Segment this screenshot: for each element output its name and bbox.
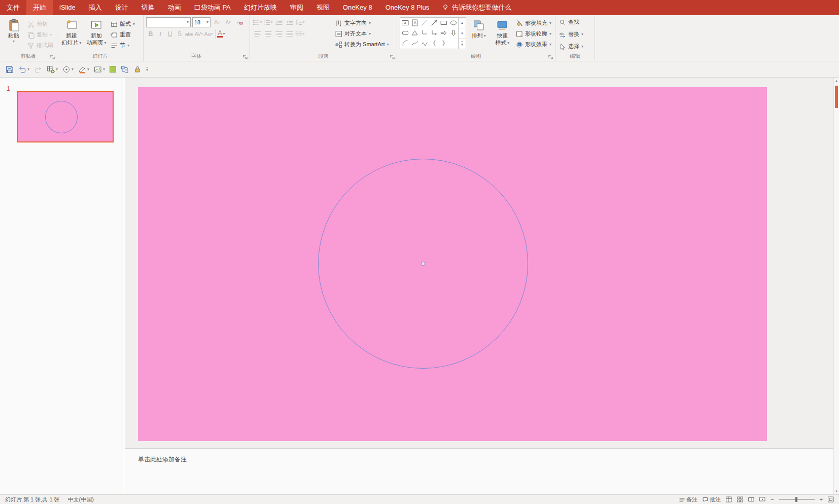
paste-button[interactable]: 粘贴 ▾ <box>3 17 25 44</box>
format-painter-button[interactable]: 格式刷 <box>26 40 54 51</box>
shape-curve-icon[interactable] <box>410 38 420 48</box>
circle-center-handle[interactable] <box>421 262 425 266</box>
shape-rounded-rectangle-icon[interactable] <box>400 28 410 38</box>
notes-placeholder[interactable]: 单击此处添加备注 <box>138 455 187 464</box>
align-text-button[interactable]: 对齐文本 ▾ <box>334 28 390 39</box>
zoom-slider-knob[interactable] <box>795 497 797 502</box>
shape-oval-icon[interactable] <box>448 18 458 28</box>
shape-elbow-arrow-icon[interactable] <box>429 28 439 38</box>
zoom-in-button[interactable]: + <box>820 496 823 502</box>
notes-toggle[interactable]: 备注 <box>679 496 697 503</box>
picture-tool-button[interactable]: ▾ <box>92 63 107 76</box>
shape-freeform-icon[interactable] <box>420 38 429 48</box>
shape-fill-button[interactable]: 形状填充 ▾ <box>515 18 552 28</box>
zoom-slider[interactable] <box>779 499 815 500</box>
fit-to-window-button[interactable] <box>828 496 834 502</box>
drawing-dialog-launcher[interactable] <box>548 54 553 60</box>
shape-right-brace-icon[interactable] <box>439 38 448 48</box>
decrease-font-size-button[interactable]: A▾ <box>223 17 233 27</box>
text-direction-button[interactable]: 文字方向 ▾ <box>334 18 390 28</box>
align-left-button[interactable] <box>253 29 262 39</box>
paste-special-button[interactable]: ▾ <box>45 63 59 76</box>
redo-button[interactable] <box>32 63 44 76</box>
shape-outline-button[interactable]: 形状轮廓 ▾ <box>515 28 552 39</box>
slide-sorter-view-button[interactable] <box>737 496 743 502</box>
shape-arrow-icon[interactable] <box>429 18 439 28</box>
paragraph-dialog-launcher[interactable] <box>390 54 395 60</box>
bold-button[interactable]: B <box>146 29 155 39</box>
tab-review[interactable]: 审阅 <box>284 0 310 15</box>
comments-toggle[interactable]: 批注 <box>703 496 721 503</box>
slide-thumbnail[interactable] <box>17 91 114 142</box>
increase-indent-button[interactable] <box>285 17 294 27</box>
tab-islide[interactable]: iSlide <box>53 0 82 15</box>
shape-effects-button[interactable]: 形状效果 ▾ <box>515 39 552 50</box>
shape-rectangle-icon[interactable] <box>439 18 448 28</box>
slideshow-view-button[interactable] <box>759 496 765 502</box>
slide-canvas[interactable] <box>138 87 767 441</box>
shape-arrow-right-icon[interactable] <box>439 28 448 38</box>
section-button[interactable]: 节 ▾ <box>110 40 136 51</box>
font-color-button[interactable]: A ▾ <box>215 29 224 39</box>
shape-line-icon[interactable] <box>420 18 429 28</box>
font-size-combo[interactable]: 18 ▾ <box>192 17 211 27</box>
align-center-button[interactable] <box>263 29 273 39</box>
layout-button[interactable]: 版式 ▾ <box>110 19 136 29</box>
swap-shape-button[interactable] <box>119 63 130 76</box>
tab-view[interactable]: 视图 <box>310 0 336 15</box>
new-slide-button[interactable]: 新建 幻灯片 ▾ <box>60 17 83 46</box>
shape-triangle-icon[interactable] <box>410 28 420 38</box>
tab-animations[interactable]: 动画 <box>161 0 188 15</box>
shape-gallery-more-button[interactable]: ▾ <box>459 39 466 49</box>
shape-gallery-scroll-down[interactable]: ▾ <box>459 28 466 39</box>
new-animation-page-button[interactable]: 新加 动画页 ▾ <box>85 17 108 46</box>
clear-formatting-button[interactable]: A <box>234 17 244 27</box>
tab-slideshow[interactable]: 幻灯片放映 <box>237 0 284 15</box>
toolbar-overflow-button[interactable]: ▾ <box>145 63 150 76</box>
font-name-combo[interactable]: ▾ <box>146 17 191 27</box>
font-dialog-launcher[interactable] <box>242 54 248 60</box>
find-button[interactable]: 查找 <box>558 17 580 27</box>
strikethrough-button[interactable]: abc <box>185 29 194 39</box>
copy-button[interactable]: 复制 ▾ <box>26 29 54 40</box>
quick-styles-button[interactable]: 快速 样式 ▾ <box>491 17 513 46</box>
columns-button[interactable]: ▾ <box>295 29 305 39</box>
text-shadow-button[interactable]: S <box>175 29 184 39</box>
select-button[interactable]: 选择 ▾ <box>558 41 584 52</box>
color-picker-button[interactable]: ▾ <box>77 63 91 76</box>
fill-color-button[interactable] <box>108 63 118 76</box>
shape-tool-button[interactable]: ▾ <box>61 63 75 76</box>
shape-arc-icon[interactable] <box>400 38 410 48</box>
bullets-button[interactable]: ▾ <box>253 17 262 27</box>
scroll-up-arrow[interactable]: ▴ <box>834 78 839 84</box>
tab-transitions[interactable]: 切换 <box>135 0 161 15</box>
tab-file[interactable]: 文件 <box>0 0 26 15</box>
justify-button[interactable] <box>285 29 294 39</box>
decrease-indent-button[interactable] <box>274 17 284 27</box>
shape-gallery-scroll-up[interactable]: ▴ <box>459 18 466 28</box>
lock-button[interactable] <box>132 63 143 76</box>
scroll-down-arrow[interactable]: ▾ <box>834 488 839 494</box>
shape-elbow-connector-icon[interactable] <box>420 28 429 38</box>
tell-me-box[interactable]: 告诉我你想要做什么 <box>436 0 517 15</box>
character-spacing-button[interactable]: AV▾ <box>194 29 203 39</box>
underline-button[interactable]: U <box>165 29 174 39</box>
reset-button[interactable]: 重置 <box>110 29 136 40</box>
save-button[interactable] <box>4 63 15 76</box>
increase-font-size-button[interactable]: A▴ <box>212 17 222 27</box>
numbering-button[interactable]: ▾ <box>263 17 273 27</box>
shape-vertical-textbox-icon[interactable]: A <box>410 18 420 28</box>
zoom-out-button[interactable]: − <box>771 496 774 502</box>
tab-home[interactable]: 开始 <box>26 0 53 15</box>
convert-smartart-button[interactable]: 转换为 SmartArt ▾ <box>334 39 390 50</box>
shape-textbox-icon[interactable]: A <box>400 18 410 28</box>
italic-button[interactable]: I <box>156 29 165 39</box>
tab-design[interactable]: 设计 <box>109 0 135 15</box>
undo-button[interactable]: ▾ <box>17 63 31 76</box>
tab-insert[interactable]: 插入 <box>82 0 109 15</box>
shape-left-brace-icon[interactable] <box>429 38 439 48</box>
tab-onekey8[interactable]: OneKey 8 <box>336 0 379 15</box>
clipboard-dialog-launcher[interactable] <box>50 54 55 60</box>
change-case-button[interactable]: Aa▾ <box>204 29 213 39</box>
line-spacing-button[interactable]: ▾ <box>295 17 305 27</box>
